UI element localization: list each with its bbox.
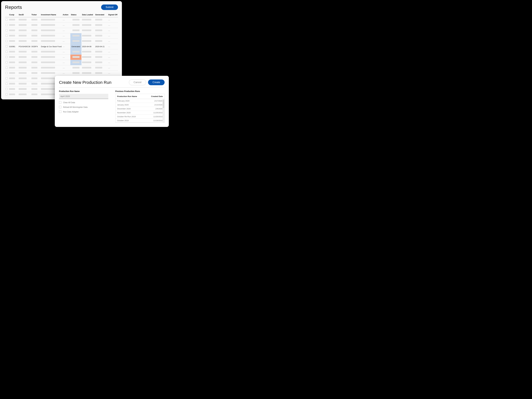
row-checkbox[interactable] xyxy=(6,51,8,53)
scrollbar-thumb[interactable] xyxy=(163,100,164,108)
placeholder xyxy=(9,72,15,74)
col-secid[interactable]: SecID xyxy=(18,12,31,17)
row-checkbox[interactable] xyxy=(6,83,8,85)
option-label: Reload All Morningstar Data xyxy=(63,106,88,108)
prev-col-date[interactable]: Created Date xyxy=(145,94,165,99)
placeholder xyxy=(82,40,91,42)
col-cusip[interactable]: Cusip xyxy=(9,12,18,17)
modal-right-column: Previous Production Runs Production Run … xyxy=(115,90,165,123)
cell-status: Generated xyxy=(70,44,82,49)
placeholder xyxy=(32,19,37,20)
placeholder xyxy=(95,62,102,63)
placeholder xyxy=(9,35,15,37)
placeholder xyxy=(19,62,26,63)
table-row[interactable]: —— xyxy=(5,33,118,39)
placeholder xyxy=(82,67,91,69)
row-checkbox[interactable] xyxy=(6,40,8,42)
previous-run-row[interactable]: November 202011/25/2019 xyxy=(115,111,165,115)
previous-run-row[interactable]: December 20202/4/2020 xyxy=(115,107,165,111)
table-row[interactable]: —— xyxy=(5,55,118,60)
placeholder xyxy=(72,62,80,63)
placeholder xyxy=(95,40,102,42)
row-checkbox[interactable] xyxy=(6,45,8,47)
production-run-name-label: Production Run Name xyxy=(59,90,108,92)
placeholder xyxy=(82,51,91,52)
prev-col-name[interactable]: Production Run Name xyxy=(115,94,145,99)
placeholder xyxy=(82,30,91,31)
dash-icon: — xyxy=(108,19,110,21)
row-checkbox[interactable] xyxy=(6,93,8,95)
row-checkbox[interactable] xyxy=(6,88,8,90)
cancel-button[interactable]: Cancel xyxy=(129,80,146,85)
placeholder xyxy=(41,35,55,37)
dash-icon: — xyxy=(63,56,65,58)
placeholder xyxy=(32,56,37,58)
col-status[interactable]: Status xyxy=(70,12,82,17)
placeholder xyxy=(19,51,26,52)
placeholder xyxy=(72,51,80,52)
previous-run-row[interactable]: October Re-Run 201911/20/2019 xyxy=(115,115,165,119)
cell-cusip: 019381 xyxy=(9,44,18,49)
reports-header: Reports Submit xyxy=(5,5,118,10)
row-checkbox[interactable] xyxy=(6,24,8,26)
row-checkbox[interactable] xyxy=(6,77,8,79)
placeholder xyxy=(9,51,15,52)
previous-run-name: February 2020 xyxy=(115,99,145,103)
placeholder xyxy=(95,72,102,74)
table-row[interactable]: —— xyxy=(5,39,118,44)
row-checkbox[interactable] xyxy=(6,56,8,58)
submit-button[interactable]: Submit xyxy=(101,5,118,10)
create-button[interactable]: Create xyxy=(148,80,165,85)
previous-run-date: 2/13/2020 xyxy=(145,103,165,107)
checkbox-run-data-adapter[interactable] xyxy=(59,111,61,113)
table-row[interactable]: —— xyxy=(5,28,118,33)
previous-run-row[interactable]: February 20202/17/2020 xyxy=(115,99,165,103)
placeholder xyxy=(41,40,55,42)
placeholder xyxy=(95,30,102,31)
placeholder xyxy=(41,83,55,85)
table-row[interactable]: —— xyxy=(5,71,118,76)
table-row[interactable]: —— xyxy=(5,60,118,65)
placeholder xyxy=(72,24,80,26)
row-checkbox[interactable] xyxy=(6,61,8,63)
dash-icon: — xyxy=(63,35,65,37)
previous-run-row[interactable]: October 201911/19/2019 xyxy=(115,119,165,123)
col-signed-off[interactable]: Signed Off xyxy=(108,12,118,17)
col-generated[interactable]: Generated xyxy=(95,12,108,17)
option-run-data-adapter[interactable]: Run Data Adapter xyxy=(59,111,108,113)
placeholder xyxy=(9,30,15,31)
table-row[interactable]: —— xyxy=(5,17,118,23)
placeholder xyxy=(95,35,102,37)
cell-ticker: DODFX xyxy=(31,44,40,49)
placeholder xyxy=(19,67,26,69)
previous-runs-scrollbar[interactable] xyxy=(163,99,165,123)
row-checkbox[interactable] xyxy=(6,29,8,31)
modal-header: Create New Production Run Cancel Create xyxy=(59,80,165,87)
placeholder xyxy=(9,83,15,85)
dash-icon: — xyxy=(108,72,110,75)
checkbox-reload-morningstar[interactable] xyxy=(59,106,61,108)
table-row[interactable]: —— xyxy=(5,23,118,28)
row-checkbox[interactable] xyxy=(6,67,8,69)
col-ticker[interactable]: Ticker xyxy=(31,12,40,17)
row-checkbox[interactable] xyxy=(6,35,8,37)
table-row[interactable]: —— xyxy=(5,49,118,55)
modal-left-column: Production Run Name Clear All Data Reloa… xyxy=(59,90,108,123)
dash-icon: — xyxy=(63,67,65,69)
table-row[interactable]: —— xyxy=(5,65,118,71)
col-data-loaded[interactable]: Data Loaded xyxy=(82,12,95,17)
col-action[interactable]: Action xyxy=(62,12,70,17)
previous-run-name: October Re-Run 2019 xyxy=(115,115,145,119)
placeholder xyxy=(95,24,102,26)
dash-icon: — xyxy=(108,67,110,69)
option-reload-morningstar[interactable]: Reload All Morningstar Data xyxy=(59,106,108,108)
table-row[interactable]: 019381FOUSA00C30DODFXDodge & Cox Stock F… xyxy=(5,44,118,49)
col-investment-name[interactable]: Investment Name xyxy=(40,12,62,17)
row-checkbox[interactable] xyxy=(6,72,8,74)
option-clear-all-data[interactable]: Clear All Data xyxy=(59,101,108,104)
checkbox-clear-all-data[interactable] xyxy=(59,101,61,104)
production-run-name-input[interactable] xyxy=(59,94,108,99)
row-checkbox[interactable] xyxy=(6,19,8,21)
placeholder xyxy=(82,72,91,74)
previous-run-row[interactable]: January 20202/13/2020 xyxy=(115,103,165,107)
